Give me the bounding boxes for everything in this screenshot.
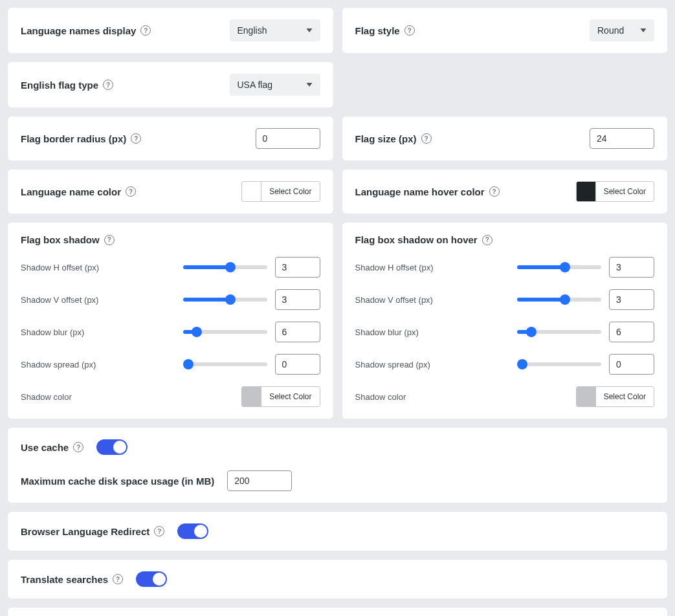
help-icon[interactable]: ?	[140, 25, 151, 36]
label-language-name-hover-color: Language name hover color ?	[355, 186, 500, 197]
label-browser-redirect: Browser Language Redirect ?	[21, 526, 164, 537]
card-translate-searches: Translate searches ?	[8, 560, 667, 599]
card-english-flag-type: English flag type ? USA flag	[8, 62, 333, 107]
slider-shadow-h-offset-hover[interactable]	[517, 265, 601, 269]
label-flag-border-radius: Flag border radius (px) ?	[21, 133, 141, 144]
label-max-cache-space: Maximum cache disk space usage (in MB)	[21, 476, 214, 487]
select-color-button[interactable]: Select Color	[596, 387, 654, 406]
card-language-name-color: Language name color ? Select Color	[8, 170, 333, 214]
input-shadow-blur-hover[interactable]	[609, 322, 654, 342]
slider-shadow-blur-hover[interactable]	[517, 330, 601, 334]
slider-shadow-spread[interactable]	[183, 362, 267, 366]
colorpicker-shadow-color[interactable]: Select Color	[241, 386, 320, 407]
help-icon[interactable]: ?	[154, 526, 164, 536]
card-flag-box-shadow-hover: Flag box shadow on hover ? Shadow H offs…	[342, 223, 668, 419]
label-text: Flag size (px)	[355, 133, 417, 144]
label-shadow-v-offset: Shadow V offset (px)	[21, 295, 98, 305]
slider-shadow-spread-hover[interactable]	[517, 362, 601, 366]
input-shadow-v-offset-hover[interactable]	[609, 289, 654, 310]
label-text: English flag type	[21, 80, 98, 91]
card-alt-link-tag: Insert alternate link tag It's highly re…	[8, 608, 667, 616]
label-text: Translate searches	[21, 574, 108, 585]
help-icon[interactable]: ?	[113, 574, 123, 584]
dropdown-english-flag-type[interactable]: USA flag	[230, 74, 320, 96]
input-max-cache-space[interactable]	[227, 470, 292, 491]
input-shadow-blur[interactable]	[275, 322, 320, 342]
color-swatch	[242, 387, 261, 406]
input-shadow-h-offset[interactable]	[275, 257, 320, 278]
label-shadow-spread-hover: Shadow spread (px)	[355, 360, 430, 369]
input-shadow-h-offset-hover[interactable]	[609, 257, 654, 278]
label-shadow-color-hover: Shadow color	[355, 392, 406, 402]
label-flag-box-shadow-hover: Flag box shadow on hover ?	[355, 234, 655, 245]
help-icon[interactable]: ?	[126, 186, 136, 197]
input-flag-border-radius[interactable]	[256, 128, 320, 149]
help-icon[interactable]: ?	[482, 235, 492, 245]
card-flag-box-shadow: Flag box shadow ? Shadow H offset (px) S…	[8, 223, 333, 419]
label-text: Maximum cache disk space usage (in MB)	[21, 476, 214, 487]
slider-shadow-h-offset[interactable]	[183, 265, 267, 269]
label-shadow-color: Shadow color	[21, 392, 72, 402]
input-shadow-spread-hover[interactable]	[609, 354, 654, 375]
help-icon[interactable]: ?	[489, 186, 500, 197]
card-flag-size: Flag size (px) ?	[342, 116, 668, 160]
label-text: Browser Language Redirect	[21, 526, 149, 537]
colorpicker-language-name-color[interactable]: Select Color	[241, 181, 320, 202]
input-shadow-v-offset[interactable]	[275, 289, 320, 310]
slider-shadow-blur[interactable]	[183, 330, 267, 334]
card-language-name-hover-color: Language name hover color ? Select Color	[342, 170, 668, 214]
dropdown-language-names-display[interactable]: English	[230, 19, 320, 41]
help-icon[interactable]: ?	[421, 133, 432, 144]
label-english-flag-type: English flag type ?	[21, 80, 113, 91]
label-shadow-h-offset: Shadow H offset (px)	[21, 263, 99, 272]
toggle-browser-redirect[interactable]	[177, 523, 208, 539]
label-text: Use cache	[21, 442, 69, 453]
help-icon[interactable]: ?	[404, 25, 415, 36]
input-shadow-spread[interactable]	[275, 354, 320, 375]
label-text: Flag border radius (px)	[21, 133, 126, 144]
select-color-button[interactable]: Select Color	[596, 182, 654, 201]
label-language-names-display: Language names display ?	[21, 25, 151, 36]
label-text: Language name color	[21, 186, 121, 197]
card-cache: Use cache ? Maximum cache disk space usa…	[8, 428, 667, 503]
label-text: Flag style	[355, 25, 400, 36]
label-flag-style: Flag style ?	[355, 25, 415, 36]
select-color-button[interactable]: Select Color	[261, 387, 319, 406]
toggle-use-cache[interactable]	[96, 439, 127, 455]
card-flag-border-radius: Flag border radius (px) ?	[8, 116, 333, 160]
card-language-names-display: Language names display ? English	[8, 8, 333, 53]
dropdown-flag-style[interactable]: Round	[590, 19, 654, 41]
colorpicker-shadow-color-hover[interactable]: Select Color	[576, 386, 654, 407]
help-icon[interactable]: ?	[73, 442, 83, 452]
slider-shadow-v-offset[interactable]	[183, 298, 267, 302]
help-icon[interactable]: ?	[103, 80, 113, 90]
label-shadow-v-offset-hover: Shadow V offset (px)	[355, 295, 433, 305]
label-flag-box-shadow: Flag box shadow ?	[21, 234, 320, 245]
input-flag-size[interactable]	[590, 128, 654, 149]
select-color-button[interactable]: Select Color	[261, 182, 319, 201]
color-swatch	[242, 182, 261, 201]
label-flag-size: Flag size (px) ?	[355, 133, 432, 144]
slider-shadow-v-offset-hover[interactable]	[517, 298, 601, 302]
colorpicker-language-name-hover-color[interactable]: Select Color	[576, 181, 654, 202]
color-swatch	[577, 387, 596, 406]
color-swatch	[577, 182, 596, 201]
label-text: Language name hover color	[355, 186, 485, 197]
label-text: Flag box shadow	[21, 234, 100, 245]
help-icon[interactable]: ?	[131, 133, 141, 144]
toggle-translate-searches[interactable]	[136, 571, 167, 587]
label-text: Language names display	[21, 25, 136, 36]
card-flag-style: Flag style ? Round	[342, 8, 668, 53]
label-shadow-blur-hover: Shadow blur (px)	[355, 327, 419, 337]
label-language-name-color: Language name color ?	[21, 186, 136, 197]
label-shadow-spread: Shadow spread (px)	[21, 360, 96, 369]
card-browser-redirect: Browser Language Redirect ?	[8, 512, 667, 551]
label-shadow-h-offset-hover: Shadow H offset (px)	[355, 263, 434, 272]
label-text: Flag box shadow on hover	[355, 234, 478, 245]
label-shadow-blur: Shadow blur (px)	[21, 327, 84, 337]
label-translate-searches: Translate searches ?	[21, 574, 123, 585]
help-icon[interactable]: ?	[104, 235, 115, 245]
label-use-cache: Use cache ?	[21, 442, 83, 453]
